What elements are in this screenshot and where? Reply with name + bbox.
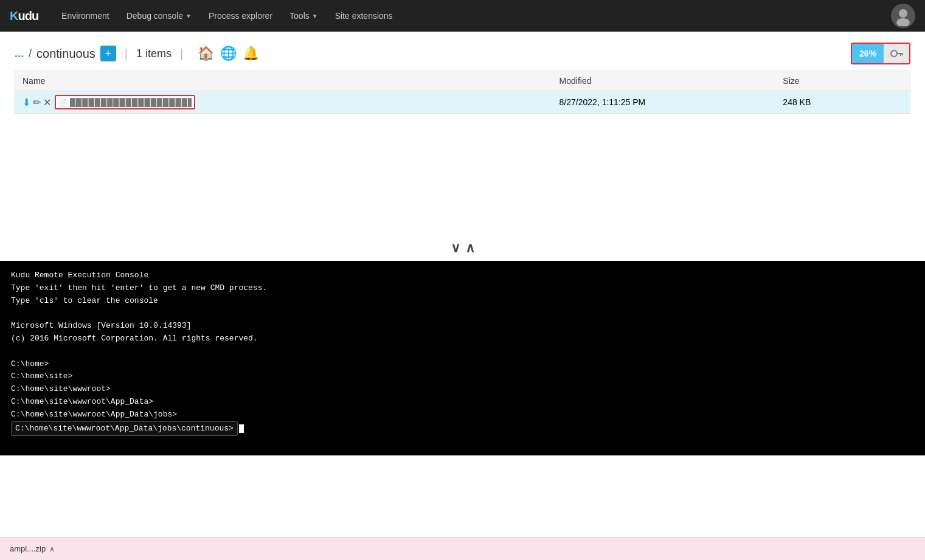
nav-process-explorer[interactable]: Process explorer xyxy=(200,0,281,32)
usage-box: 26% xyxy=(851,43,910,64)
col-header-modified: Modified xyxy=(552,71,776,91)
console-line-blank2 xyxy=(11,345,914,358)
nav-environment[interactable]: Environment xyxy=(53,0,118,32)
svg-point-0 xyxy=(899,9,907,18)
toolbar-icons: 🏠 🌐 🔔 xyxy=(198,46,259,61)
console-line-2: Type 'cls' to clear the console xyxy=(11,295,914,308)
breadcrumb-dots[interactable]: ... xyxy=(15,47,24,60)
chevron-down-icon[interactable]: ∨ xyxy=(451,240,460,256)
col-header-name: Name xyxy=(15,71,552,91)
resize-handle[interactable]: ∨ ∧ xyxy=(0,235,925,261)
breadcrumb-current: continuous xyxy=(36,47,95,61)
file-name-cell: ⬇ ✏ ✕ 📄 xyxy=(15,91,552,114)
svg-point-2 xyxy=(891,50,897,57)
breadcrumb-separator: / xyxy=(29,47,32,60)
usage-key-icon xyxy=(884,44,909,63)
debug-console-chevron: ▼ xyxy=(185,13,192,19)
console-line-9: C:\home\site\wwwroot\App_Data\jobs> xyxy=(11,409,914,421)
console-line-8: C:\home\site\wwwroot\App_Data> xyxy=(11,396,914,409)
console-prompt: C:\home\site\wwwroot\App_Data\jobs\conti… xyxy=(11,421,238,437)
file-table-wrapper: Name Modified Size ⬇ ✏ ✕ xyxy=(15,71,910,114)
add-button[interactable]: + xyxy=(100,46,116,61)
avatar[interactable] xyxy=(891,4,915,28)
delete-button[interactable]: ✕ xyxy=(43,97,51,108)
filename-input-wrapper: 📄 xyxy=(55,95,195,109)
edit-button[interactable]: ✏ xyxy=(33,97,41,108)
console-cursor xyxy=(239,424,244,433)
bell-icon[interactable]: 🔔 xyxy=(243,46,259,61)
file-actions: ⬇ ✏ ✕ xyxy=(23,97,51,108)
globe-icon[interactable]: 🌐 xyxy=(220,46,237,61)
resize-chevrons[interactable]: ∨ ∧ xyxy=(451,240,475,256)
brand-logo[interactable]: Kudu xyxy=(10,9,38,23)
svg-point-1 xyxy=(896,18,910,26)
items-count: 1 items xyxy=(136,47,171,60)
tools-chevron: ▼ xyxy=(312,13,318,19)
nav-site-extensions[interactable]: Site extensions xyxy=(327,0,401,32)
console-line-1: Type 'exit' then hit 'enter' to get a ne… xyxy=(11,282,914,295)
nav-debug-console[interactable]: Debug console ▼ xyxy=(118,0,200,32)
console-line-4: (c) 2016 Microsoft Corporation. All righ… xyxy=(11,333,914,345)
table-header-row: Name Modified Size xyxy=(15,71,910,91)
table-row[interactable]: ⬇ ✏ ✕ 📄 8/27/2022, 1:11:25 PM 248 KB xyxy=(15,91,910,114)
file-table: Name Modified Size ⬇ ✏ ✕ xyxy=(15,71,910,113)
console-wrapper[interactable]: Kudu Remote Execution Console Type 'exit… xyxy=(0,261,925,455)
nav-tools[interactable]: Tools ▼ xyxy=(281,0,327,32)
file-size: 248 KB xyxy=(775,91,910,114)
console-line-blank1 xyxy=(11,307,914,320)
console-line-3: Microsoft Windows [Version 10.0.14393] xyxy=(11,320,914,333)
breadcrumb-bar: ... / continuous + | 1 items | 🏠 🌐 🔔 26% xyxy=(0,32,925,71)
filename-input[interactable] xyxy=(70,98,192,107)
breadcrumb-divider: | xyxy=(125,47,128,61)
chevron-up-icon[interactable]: ∧ xyxy=(465,240,475,256)
usage-percent: 26% xyxy=(852,44,884,63)
console-active-line[interactable]: C:\home\site\wwwroot\App_Data\jobs\conti… xyxy=(11,421,914,437)
home-icon[interactable]: 🏠 xyxy=(198,46,214,61)
file-modified: 8/27/2022, 1:11:25 PM xyxy=(552,91,776,114)
download-button[interactable]: ⬇ xyxy=(23,97,30,108)
empty-area xyxy=(0,114,925,235)
console-line-5: C:\home> xyxy=(11,358,914,371)
console-line-6: C:\home\site> xyxy=(11,370,914,383)
breadcrumb-divider2: | xyxy=(180,47,183,61)
file-type-icon: 📄 xyxy=(58,99,68,107)
navbar: Kudu Environment Debug console ▼ Process… xyxy=(0,0,925,32)
col-header-size: Size xyxy=(775,71,910,91)
console-line-0: Kudu Remote Execution Console xyxy=(11,269,914,282)
console-line-7: C:\home\site\wwwroot> xyxy=(11,383,914,396)
